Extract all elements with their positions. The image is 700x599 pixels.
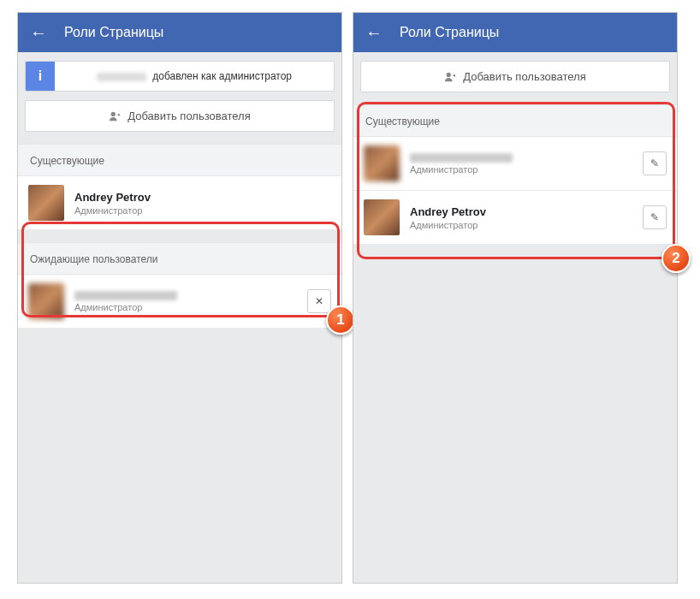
avatar [28,185,64,221]
tutorial-step-badge: 2 [661,244,691,273]
pencil-icon: ✎ [650,211,659,223]
add-user-button[interactable]: Добавить пользователя [360,61,670,92]
phone-screen-left: ← Роли Страницы i добавлен как администр… [17,12,342,584]
add-user-label: Добавить пользователя [463,70,585,83]
user-name-redacted [74,291,177,300]
svg-point-1 [447,72,451,76]
close-icon: ✕ [315,295,323,307]
user-role: Администратор [410,164,632,175]
add-user-label: Добавить пользователя [128,110,250,122]
avatar [28,283,64,319]
app-header: ← Роли Страницы [353,13,677,52]
user-info: Andrey Petrov Администратор [74,191,331,216]
user-name-redacted [410,153,513,163]
add-user-icon [444,71,456,83]
user-row[interactable]: Администратор ✕ [18,275,341,329]
user-name: Andrey Petrov [74,191,331,204]
avatar [364,145,400,181]
svg-point-0 [111,111,116,116]
user-info: Администратор [410,153,632,175]
remove-user-button[interactable]: ✕ [307,289,331,313]
redacted-name [97,73,146,81]
section-existing-header: Существующие [353,104,677,137]
phone-screen-right: ← Роли Страницы Добавить пользователя Су… [353,12,678,584]
avatar [364,199,400,235]
badge-number: 1 [336,311,344,329]
back-arrow-icon[interactable]: ← [365,24,383,41]
user-info: Andrey Petrov Администратор [410,205,632,230]
section-existing-header: Существующие [18,144,341,176]
page-title: Роли Страницы [64,25,163,40]
info-icon: i [26,62,55,91]
pencil-icon: ✎ [650,157,659,169]
screenshot-pair: ← Роли Страницы i добавлен как администр… [0,0,700,596]
info-banner: i добавлен как администратор [25,61,335,92]
user-role: Администратор [74,302,297,312]
user-info: Администратор [74,291,297,312]
info-banner-text: добавлен как администратор [55,62,334,91]
user-row[interactable]: Администратор ✎ [353,137,677,191]
section-pending-header: Ожидающие пользователи [18,242,341,275]
user-row[interactable]: Andrey Petrov Администратор [18,176,341,230]
edit-user-button[interactable]: ✎ [643,151,667,175]
add-user-icon [109,110,121,122]
info-banner-label: добавлен как администратор [152,70,292,82]
app-header: ← Роли Страницы [18,13,341,52]
back-arrow-icon[interactable]: ← [30,24,47,41]
user-name: Andrey Petrov [410,205,632,218]
edit-user-button[interactable]: ✎ [643,205,667,229]
badge-number: 2 [672,250,679,267]
user-role: Администратор [74,205,331,216]
tutorial-step-badge: 1 [326,305,355,335]
user-role: Администратор [410,220,632,230]
user-row[interactable]: Andrey Petrov Администратор ✎ [353,191,677,245]
add-user-button[interactable]: Добавить пользователя [25,100,335,132]
page-title: Роли Страницы [400,25,499,40]
